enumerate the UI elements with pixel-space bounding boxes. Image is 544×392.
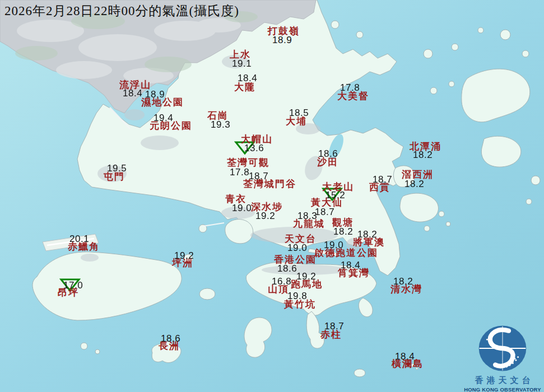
islet-2 xyxy=(439,211,444,217)
e-islet-1 xyxy=(531,176,540,185)
ne-islet-2 xyxy=(478,27,483,33)
po-toi-island xyxy=(354,369,365,377)
station-temp: 19.0 xyxy=(287,243,307,253)
station-temp: 18.6 xyxy=(277,264,297,273)
station-temp: 19.2 xyxy=(174,251,194,260)
starling-islet-1 xyxy=(331,21,339,29)
station-temp: 18.6 xyxy=(161,334,180,343)
tap-mun-island xyxy=(430,87,437,94)
station-temp: 19.3 xyxy=(211,120,230,129)
station-temp: 19.8 xyxy=(287,291,307,301)
page-title: 2026年2月28日22時00分的氣溫(攝氏度) xyxy=(4,2,239,20)
station-temp: 18.4 xyxy=(238,73,257,83)
station-name: 滘西洲 xyxy=(402,170,434,179)
e-islet-2 xyxy=(526,199,532,204)
station-temp: 18.6 xyxy=(318,149,338,158)
station-temp: 18.4 xyxy=(341,260,360,270)
hko-logo-name-en: HONG KONG OBSERVATORY xyxy=(463,386,542,392)
station-temp: 18.2 xyxy=(404,179,424,189)
station-temp: 18.4 xyxy=(395,352,415,361)
station-temp: 19.0 xyxy=(232,203,252,213)
ne-islet-3 xyxy=(522,50,529,57)
starling-islet-2 xyxy=(356,31,363,38)
station-temp: 18.9 xyxy=(145,90,165,99)
station-temp: 18.7 xyxy=(249,171,268,181)
station-temp: 15.2 xyxy=(326,190,345,200)
station-temp: 17.8 xyxy=(230,167,249,177)
station-temp: 18.2 xyxy=(357,230,377,239)
station-temp: 18.3 xyxy=(297,211,317,221)
station-temp: 19.2 xyxy=(255,211,275,221)
station-temp: 18.4 xyxy=(123,88,142,98)
hko-temperature-map-page: 2026年2月28日22時00分的氣溫(攝氏度) 打鼓嶺18.9上水19.1大隴… xyxy=(0,0,544,392)
station-temp: 18.2 xyxy=(413,150,433,160)
hko-logo: 香港天文台 HONG KONG OBSERVATORY xyxy=(463,323,542,392)
station-temp: 16.8 xyxy=(272,277,291,286)
station-temp: 20.1 xyxy=(69,234,89,244)
station-temp: 19.2 xyxy=(296,272,316,281)
station-temp: 19.0 xyxy=(324,240,343,250)
hei-ling-chau-island xyxy=(199,288,215,300)
hko-logo-name-zh: 香港天文台 xyxy=(463,375,542,386)
station-temp: 18.9 xyxy=(272,35,292,45)
station-temp: 19.5 xyxy=(107,164,127,173)
soko-island xyxy=(81,343,87,349)
hko-logo-icon xyxy=(476,323,529,374)
station-temp: 19.1 xyxy=(232,59,252,68)
station-temp: 18.5 xyxy=(289,108,309,118)
soko-islet xyxy=(95,349,100,354)
station-temp: 19.4 xyxy=(154,113,173,123)
ne-islet-4 xyxy=(452,44,458,50)
islet-1 xyxy=(424,226,430,231)
islet-3 xyxy=(446,222,450,226)
station-temp: 13.6 xyxy=(244,143,264,153)
station-temp: 18.2 xyxy=(333,227,353,236)
station-temp: 18.7 xyxy=(373,175,392,184)
station-temp: 18.2 xyxy=(393,277,413,286)
ne-islet-6 xyxy=(449,81,454,87)
station-temp: 18.7 xyxy=(324,321,344,331)
ne-islet-1 xyxy=(500,30,510,40)
station-name: 荃灣可觀 xyxy=(227,158,269,167)
station-temp: 18.7 xyxy=(315,207,334,217)
ne-islet-5 xyxy=(424,49,433,58)
station-temp: 17.0 xyxy=(63,281,83,290)
station-temp: 17.8 xyxy=(340,83,360,92)
station-name: 大隴 xyxy=(234,82,255,92)
